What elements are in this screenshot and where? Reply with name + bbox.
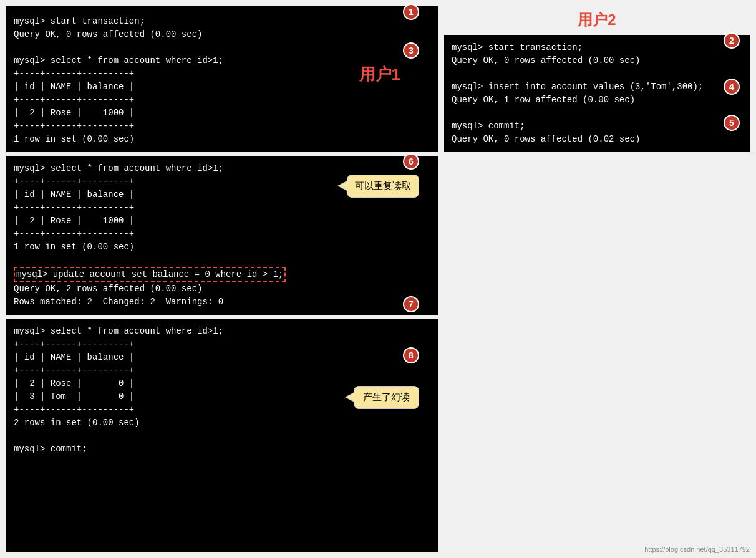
table-border-7: +----+------+---------+ [14,338,430,351]
callout-phantom-read: 产生了幻读 [354,386,419,409]
table-header-3: | id | NAME | balance | [14,351,430,364]
r-line-query-ok-3: Query OK, 0 rows affected (0.02 sec) [452,133,742,146]
line-commit-1: mysql> commit; [14,443,430,456]
update-statement: mysql> update account set balance = 0 wh… [14,267,286,282]
badge-8: 8 [403,347,419,363]
user1-label: 用户1 [359,62,400,87]
terminal-block-3: 8 mysql> select * from account where id>… [6,319,438,552]
table-border-8: +----+------+---------+ [14,364,430,377]
line-1row-2: 1 row in set (0.00 sec) [14,241,430,254]
badge-1: 1 [403,4,419,20]
badge-3: 3 [403,42,419,59]
r-line-commit: mysql> commit; [452,120,742,133]
terminal-right: 2 mysql> start transaction; Query OK, 0 … [444,35,750,152]
table-border-6: +----+------+---------+ [14,228,430,241]
badge-2: 2 [724,32,740,49]
r-line-query-ok-1: Query OK, 0 rows affected (0.00 sec) [452,54,742,67]
r-line-start-tx: mysql> start transaction; [452,41,742,54]
badge-4: 4 [724,79,740,95]
terminal-block-2: 6 mysql> select * from account where id>… [6,156,438,315]
callout-repeatable-read: 可以重复读取 [347,175,419,198]
table-row-rose-2: | 2 | Rose | 1000 | [14,214,430,228]
table-border-2: +----+------+---------+ [14,94,430,107]
r-line-insert: mysql> insert into account values (3,'To… [452,80,742,94]
line-select-3: mysql> select * from account where id>1; [14,325,430,338]
line-2rows: 2 rows in set (0.00 sec) [14,416,430,430]
badge-6: 6 [403,153,419,170]
r-line-query-ok-2: Query OK, 1 row affected (0.00 sec) [452,94,742,107]
watermark: https://blog.csdn.net/qq_35311792 [644,546,750,553]
left-column: 1 mysql> start transaction; Query OK, 0 … [6,6,438,552]
right-column: 用户2 2 mysql> start transaction; Query OK… [444,6,750,552]
badge-5: 5 [724,115,740,131]
badge-7: 7 [403,296,419,312]
terminal-block-1: 1 mysql> start transaction; Query OK, 0 … [6,6,438,152]
user2-label: 用户2 [444,6,750,35]
line-query-ok-1: Query OK, 0 rows affected (0.00 sec) [14,28,430,41]
table-border-5: +----+------+---------+ [14,201,430,214]
line-1row-1: 1 row in set (0.00 sec) [14,133,430,146]
line-query-ok-2: Query OK, 2 rows affected (0.00 sec) [14,282,430,296]
line-select-2: mysql> select * from account where id>1; [14,162,430,175]
line-start-tx: mysql> start transaction; [14,15,430,28]
table-border-3: +----+------+---------+ [14,120,430,133]
table-row-rose-1: | 2 | Rose | 1000 | [14,107,430,120]
line-rows-matched: Rows matched: 2 Changed: 2 Warnings: 0 [14,296,430,309]
